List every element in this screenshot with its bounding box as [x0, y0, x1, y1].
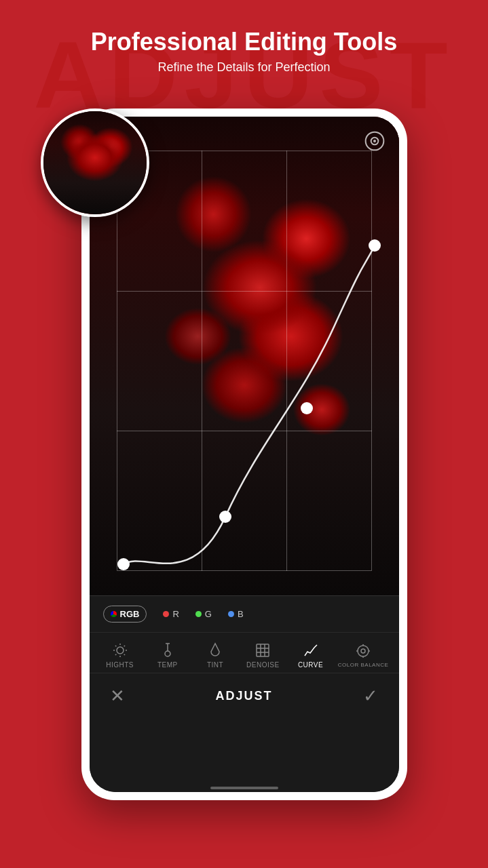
header: Professional Editing Tools Refine the De… — [0, 27, 488, 75]
header-subtitle: Refine the Details for Perfection — [0, 60, 488, 75]
svg-point-19 — [358, 646, 369, 656]
b-label: B — [238, 609, 244, 619]
tools-row: HIGHTS TEMP TINT — [90, 633, 399, 673]
action-bar: ✕ ADJUST ✓ — [90, 673, 399, 719]
cancel-button[interactable]: ✕ — [110, 686, 125, 707]
curve-point-4 — [369, 239, 381, 252]
action-title: ADJUST — [215, 689, 272, 703]
curve-point-3 — [301, 402, 313, 414]
r-channel[interactable]: R — [163, 609, 179, 619]
confirm-button[interactable]: ✓ — [363, 686, 378, 707]
curve-label: CURVE — [298, 661, 323, 669]
curve-point-1 — [117, 558, 130, 570]
rgb-button[interactable]: RGB — [103, 606, 147, 623]
controls-area: RGB R G B — [90, 595, 399, 792]
eye-icon[interactable] — [364, 130, 386, 152]
denoise-label: DENOISE — [246, 661, 280, 669]
svg-rect-13 — [257, 644, 269, 656]
rgb-dot — [111, 611, 117, 617]
b-dot — [228, 611, 234, 617]
temp-label: TEMP — [157, 661, 178, 669]
g-dot — [195, 611, 202, 617]
phone-screen: RGB R G B — [90, 117, 399, 792]
tool-temp[interactable]: TEMP — [147, 642, 188, 669]
rgb-row: RGB R G B — [90, 596, 399, 633]
b-channel[interactable]: B — [228, 609, 244, 619]
svg-line-11 — [124, 646, 124, 646]
rgb-label: RGB — [120, 609, 140, 619]
header-title: Professional Editing Tools — [0, 27, 488, 56]
svg-point-2 — [373, 140, 376, 142]
home-indicator — [210, 787, 278, 789]
svg-line-9 — [124, 654, 124, 655]
tool-denoise[interactable]: DENOISE — [242, 642, 283, 669]
svg-point-12 — [165, 651, 170, 656]
r-dot — [163, 611, 169, 617]
g-label: G — [205, 609, 212, 619]
tool-highlights[interactable]: HIGHTS — [100, 642, 140, 669]
tool-curve[interactable]: CURVE — [290, 642, 331, 669]
thumbnail-inner — [43, 111, 147, 214]
svg-point-18 — [361, 649, 365, 653]
color-balance-label: COLOR BALANCE — [338, 662, 389, 668]
thumbnail-circle — [41, 108, 149, 217]
tint-label: TINT — [207, 661, 223, 669]
svg-line-10 — [115, 654, 116, 655]
curve-point-2 — [219, 511, 231, 523]
svg-point-3 — [117, 647, 124, 654]
tool-tint[interactable]: TINT — [195, 642, 236, 669]
g-channel[interactable]: G — [195, 609, 212, 619]
highlights-label: HIGHTS — [106, 661, 134, 669]
r-label: R — [172, 609, 179, 619]
phone-frame: RGB R G B — [81, 108, 407, 800]
tool-color-balance[interactable]: COLOR BALANCE — [338, 643, 389, 668]
svg-line-8 — [115, 646, 116, 646]
